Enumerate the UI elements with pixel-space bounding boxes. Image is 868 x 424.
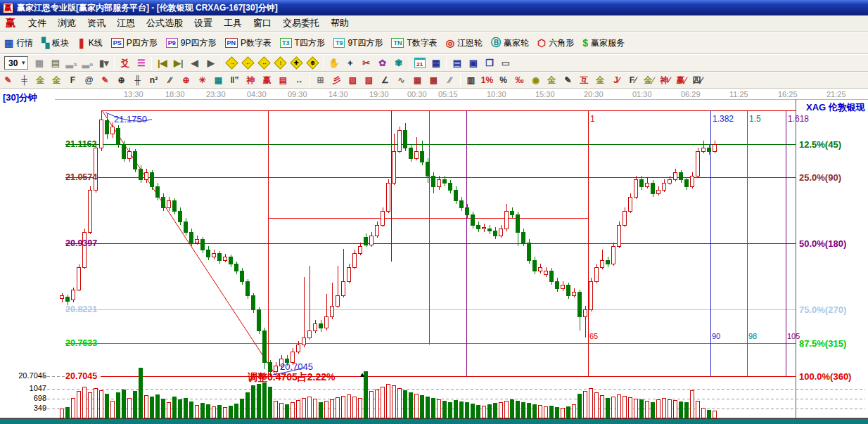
slant-lines-button[interactable]: ∕∕ [442,73,458,88]
toolbar-button-quotes[interactable]: ▦行情 [0,34,37,52]
chart-plot-area[interactable] [55,99,796,418]
gold-lines-button[interactable]: 金 [544,73,560,88]
gold-grid-2-button[interactable]: 金 [49,73,65,88]
pencil-candle-button[interactable]: ✎ [560,73,576,88]
toolbar-button-9t-square[interactable]: T99T四方形 [329,34,388,52]
save-button[interactable]: ▣ [465,56,481,70]
net-button[interactable]: ▩ [31,56,47,70]
zoom-in-diamond-button[interactable]: ✚ [288,56,305,70]
pencil-button[interactable]: ✎ [0,73,16,88]
gold-grid-1-button[interactable]: 金 [32,73,49,88]
menu-item-公式选股[interactable]: 公式选股 [141,15,189,31]
clipboard-button[interactable]: ▤ [47,56,63,70]
box-tool-button[interactable]: ⊞ [312,73,328,88]
toolbar-button-t-square[interactable]: T3T四方形 [276,34,329,52]
expand-left-button[interactable]: ← [240,56,256,70]
angle-mirror-icon: ∕∕ [168,75,171,85]
shen-angle-button[interactable]: 神∕ [657,73,673,88]
fan-box-2-button[interactable]: ▧ [361,73,377,88]
windows-button[interactable]: ❒ [481,56,497,70]
j-angle-button[interactable]: J∕ [608,73,625,88]
toolbar-button-p-square[interactable]: PSP四方形 [107,34,162,52]
price-grid-2-button[interactable]: ▩ [426,73,442,88]
calendar-button[interactable]: 21 [411,56,428,70]
formula-matrix-button[interactable]: 爻 [117,56,133,70]
print-button[interactable]: ▭ [497,56,513,70]
gold-angle-button[interactable]: 金∕ [641,73,657,88]
zoom-out-diamond-button[interactable]: ⊕ [305,56,321,70]
menu-item-交易委托[interactable]: 交易委托 [277,15,325,31]
menu-item-浏览[interactable]: 浏览 [52,15,82,31]
hu-tool-button[interactable]: 互 [576,73,592,88]
notes-button[interactable]: ▤ [449,56,465,70]
menu-item-工具[interactable]: 工具 [218,15,248,31]
menu-item-文件[interactable]: 文件 [23,15,52,31]
toolbar-button-9p-square[interactable]: P99P四方形 [162,34,221,52]
period-dropdown[interactable]: 30 ▼ [4,56,28,70]
candle-style-button[interactable]: ▮▾ [96,56,112,70]
shen-tool-button[interactable]: 神 [243,73,259,88]
pattern-9-button[interactable]: ▂₉ [79,56,96,70]
percent-button[interactable]: % [495,73,511,88]
hash-2-button[interactable]: ╫ [129,73,146,88]
one-percent-button[interactable]: 1% [479,73,495,88]
pencil-2-button[interactable]: ✎ [97,73,113,88]
toolbar-button-hexagon[interactable]: ⬡六角形 [533,34,578,52]
gold-circle-button[interactable]: ◉ [528,73,544,88]
star-red-button[interactable]: ✳ [194,73,210,88]
compress-button[interactable]: ↕ [272,56,288,70]
menu-item-资讯[interactable]: 资讯 [82,15,111,31]
k-quote-icon: ‖” [231,75,239,85]
page-forward-button[interactable]: ▶ [203,56,219,70]
knot-tool-button[interactable]: ✿ [374,56,390,70]
color-volume-button[interactable]: ☰ [133,56,149,70]
percent-lines-button[interactable]: ‰ [511,73,528,88]
gold-underline-button[interactable]: 金 [592,73,608,88]
last-page-button[interactable]: ▶| [170,56,186,70]
page-back-button[interactable]: ◀ [186,56,203,70]
calculator-button[interactable]: ▦ [428,56,444,70]
first-page-button[interactable]: |◀ [154,56,170,70]
spiral-button[interactable]: @ [81,73,97,88]
menu-item-江恩[interactable]: 江恩 [111,15,141,31]
level-table-button[interactable]: ▥ [463,73,479,88]
gann-brain-button[interactable]: ✾ [390,56,407,70]
pattern-3-button[interactable]: ▂₃ [63,56,79,70]
n-square-button[interactable]: n² [146,73,162,88]
angle-tool-button[interactable]: ∠ [377,73,393,88]
toolbar-button-p-number-table[interactable]: PNP数字表 [221,34,276,52]
toolbar-button-winner-service[interactable]: $赢家服务 [578,34,629,52]
9p-square-label: 9P四方形 [181,37,217,49]
crosshair-button[interactable]: + [342,56,358,70]
ying-angle-button[interactable]: 赢∕ [673,73,689,88]
window-titlebar[interactable]: 赢 赢家江恩专业版[赢家内部服务平台] - [伦敦银现 CRXAG-167[30… [0,0,868,15]
menu-item-帮助[interactable]: 帮助 [325,15,355,31]
expand-right-button[interactable]: → [224,56,240,70]
grid-hash-button[interactable]: ╪ [16,73,32,88]
h-measure-button[interactable]: ↔ [291,73,307,88]
menu-item-窗口[interactable]: 窗口 [248,15,277,31]
zigzag-button[interactable]: ∿ [393,73,409,88]
region-stats-button[interactable]: ✂ [358,56,374,70]
toolbar-button-t-number-table[interactable]: TNT数字表 [387,34,441,52]
k-quote-button[interactable]: ‖” [226,73,243,88]
toolbar-button-winner-wheel[interactable]: Ⓑ赢家轮 [487,34,533,52]
ruler-button[interactable]: ▤ [275,73,291,88]
si-angle-button[interactable]: 四∕ [689,73,706,88]
toolbar-button-kline[interactable]: ❚K线 [73,34,107,52]
circle-grid-button[interactable]: ⊕ [113,73,129,88]
web-grid-button[interactable]: ▦ [210,73,226,88]
toolbar-button-sectors[interactable]: ▚板块 [37,34,73,52]
f-grid-button[interactable]: F [65,73,81,88]
fan-lines-button[interactable]: 彡 [328,73,345,88]
circle-cross-red-button[interactable]: ⊕ [178,73,194,88]
ying-tool-button[interactable]: 赢 [259,73,275,88]
angle-mirror-button[interactable]: ∕∕ [162,73,178,88]
expand-both-button[interactable]: ↔ [256,56,272,70]
drag-hand-button[interactable]: ✋ [326,56,342,70]
fan-box-button[interactable]: ▨ [345,73,361,88]
menu-item-设置[interactable]: 设置 [189,15,218,31]
price-grid-button[interactable]: ▦ [409,73,426,88]
f-angle-button[interactable]: F∕ [625,73,641,88]
toolbar-button-gann-wheel[interactable]: ◎江恩轮 [442,34,487,52]
